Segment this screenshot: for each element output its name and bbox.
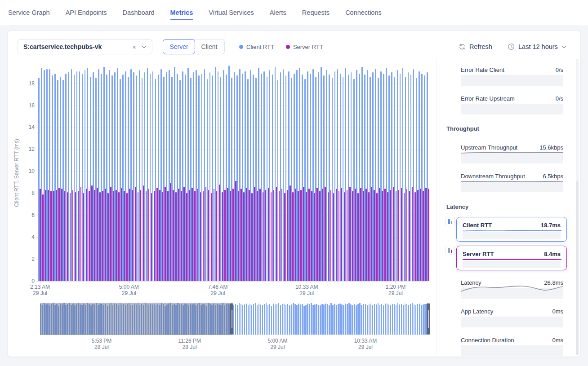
server-rtt-bar[interactable] (56, 190, 57, 281)
client-rtt-bar[interactable] (261, 74, 262, 281)
server-rtt-bar[interactable] (222, 192, 223, 281)
client-rtt-bar[interactable] (130, 69, 132, 281)
client-rtt-bar[interactable] (71, 69, 72, 281)
server-rtt-bar[interactable] (355, 189, 356, 281)
server-rtt-bar[interactable] (61, 189, 62, 281)
metric-card-client-rtt[interactable]: Client RTT 18.7ms (456, 217, 567, 242)
server-rtt-bar[interactable] (186, 193, 187, 281)
server-rtt-bar[interactable] (382, 191, 383, 281)
server-rtt-bar[interactable] (175, 192, 177, 281)
server-rtt-bar[interactable] (178, 189, 179, 281)
brush-left-handle[interactable] (230, 304, 233, 334)
client-rtt-bar[interactable] (144, 72, 146, 281)
server-rtt-bar[interactable] (143, 185, 144, 281)
tab-api-endpoints[interactable]: API Endpoints (66, 9, 107, 16)
server-rtt-bar[interactable] (211, 193, 212, 281)
server-rtt-bar[interactable] (336, 189, 337, 281)
server-toggle-button[interactable]: Server (163, 39, 195, 54)
server-rtt-bar[interactable] (311, 191, 312, 281)
server-rtt-bar[interactable] (333, 193, 334, 281)
server-rtt-bar[interactable] (374, 190, 375, 281)
server-rtt-bar[interactable] (58, 188, 60, 281)
client-rtt-bar[interactable] (76, 71, 78, 281)
client-rtt-bar[interactable] (65, 74, 67, 281)
client-rtt-bar[interactable] (337, 69, 339, 281)
server-rtt-bar[interactable] (173, 190, 174, 281)
client-rtt-bar[interactable] (408, 72, 409, 281)
client-rtt-bar[interactable] (212, 75, 214, 281)
server-rtt-bar[interactable] (200, 192, 201, 281)
server-rtt-bar[interactable] (276, 187, 277, 281)
server-rtt-bar[interactable] (105, 189, 106, 281)
server-rtt-bar[interactable] (330, 190, 332, 281)
client-rtt-bar[interactable] (275, 67, 276, 281)
tab-dashboard[interactable]: Dashboard (123, 9, 155, 16)
server-rtt-bar[interactable] (376, 193, 378, 281)
server-rtt-bar[interactable] (428, 189, 429, 281)
server-rtt-bar[interactable] (303, 187, 304, 281)
server-rtt-bar[interactable] (113, 191, 114, 281)
server-rtt-bar[interactable] (284, 193, 285, 281)
metric-row-upstream-throughput[interactable]: Upstream Throughput 15.6kbps (461, 143, 563, 163)
server-rtt-bar[interactable] (107, 193, 109, 281)
server-rtt-bar[interactable] (314, 193, 315, 281)
server-rtt-bar[interactable] (126, 193, 128, 281)
server-rtt-bar[interactable] (328, 192, 329, 281)
server-rtt-bar[interactable] (241, 189, 242, 281)
client-rtt-bar[interactable] (82, 74, 83, 281)
client-rtt-bar[interactable] (201, 74, 203, 281)
brush-unselected-left[interactable] (40, 303, 233, 335)
server-rtt-bar[interactable] (70, 193, 71, 281)
server-rtt-bar[interactable] (398, 190, 400, 281)
metric-row-connection-duration[interactable]: Connection Duration 0ms (461, 335, 563, 356)
server-rtt-bar[interactable] (401, 188, 402, 281)
client-rtt-bar[interactable] (74, 75, 75, 281)
server-rtt-bar[interactable] (135, 187, 136, 281)
server-rtt-bar[interactable] (371, 187, 372, 281)
client-rtt-bar[interactable] (196, 70, 197, 281)
server-rtt-bar[interactable] (414, 192, 416, 281)
server-rtt-bar[interactable] (129, 189, 130, 281)
server-rtt-bar[interactable] (287, 190, 288, 281)
server-rtt-bar[interactable] (192, 188, 193, 281)
server-rtt-bar[interactable] (181, 191, 182, 281)
client-rtt-bar[interactable] (334, 71, 336, 281)
refresh-button[interactable]: Refresh (459, 39, 492, 54)
legend-server-rtt[interactable]: Server RTT (286, 44, 323, 50)
metric-row-latency[interactable]: Latency 26.8ms (461, 278, 563, 299)
client-rtt-chart-toggle-icon[interactable] (445, 217, 455, 226)
server-rtt-bar[interactable] (121, 188, 122, 281)
client-rtt-bar[interactable] (207, 79, 208, 281)
server-rtt-bar[interactable] (165, 187, 166, 281)
server-rtt-bar[interactable] (138, 192, 139, 281)
client-toggle-button[interactable]: Client (194, 39, 225, 54)
server-rtt-bar[interactable] (75, 192, 76, 281)
server-rtt-chart-toggle-icon[interactable] (445, 246, 455, 255)
server-rtt-bar[interactable] (265, 190, 267, 281)
client-rtt-bar[interactable] (326, 70, 327, 281)
server-rtt-bar[interactable] (203, 191, 204, 281)
server-rtt-bar[interactable] (78, 191, 79, 281)
server-rtt-bar[interactable] (290, 185, 291, 281)
server-rtt-bar[interactable] (238, 191, 239, 281)
server-rtt-bar[interactable] (295, 189, 296, 281)
server-rtt-bar[interactable] (91, 185, 93, 281)
server-rtt-bar[interactable] (132, 190, 134, 281)
client-rtt-bar[interactable] (133, 72, 134, 281)
server-rtt-bar[interactable] (45, 190, 46, 281)
server-rtt-bar[interactable] (89, 191, 90, 281)
client-rtt-bar[interactable] (147, 68, 148, 281)
server-rtt-bar[interactable] (208, 190, 209, 281)
chevron-down-icon[interactable] (142, 45, 147, 49)
client-rtt-bar[interactable] (139, 70, 140, 281)
server-rtt-bar[interactable] (308, 189, 310, 281)
server-rtt-bar[interactable] (360, 188, 361, 281)
server-rtt-bar[interactable] (352, 191, 353, 281)
server-rtt-bar[interactable] (94, 190, 95, 281)
server-rtt-bar[interactable] (425, 188, 427, 281)
server-rtt-bar[interactable] (42, 194, 44, 281)
client-rtt-bar[interactable] (394, 77, 395, 281)
server-rtt-bar[interactable] (80, 187, 82, 281)
server-rtt-bar[interactable] (146, 191, 147, 281)
time-brush[interactable] (40, 303, 430, 335)
